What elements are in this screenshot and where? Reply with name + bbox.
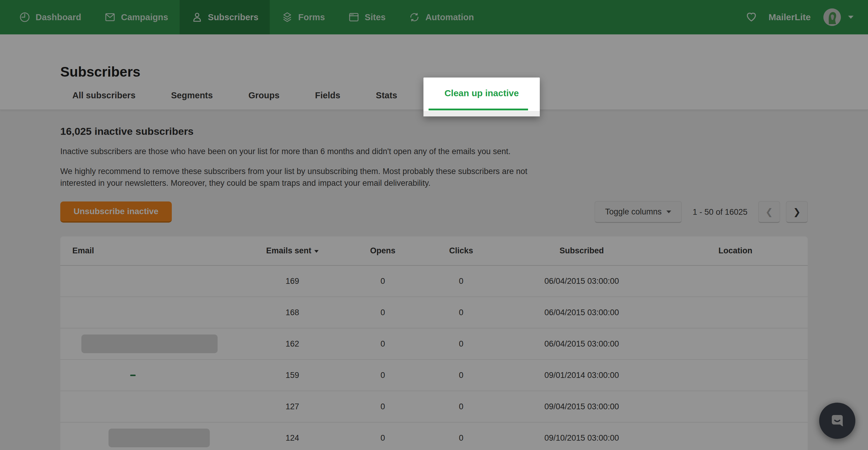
tour-dim-overlay xyxy=(0,0,868,450)
active-tab-underline xyxy=(429,109,528,110)
spotlight-lower-strip xyxy=(424,111,540,116)
spotlight-highlight: Clean up inactive xyxy=(424,78,540,116)
tab-clean-up-inactive[interactable]: Clean up inactive xyxy=(424,78,540,109)
